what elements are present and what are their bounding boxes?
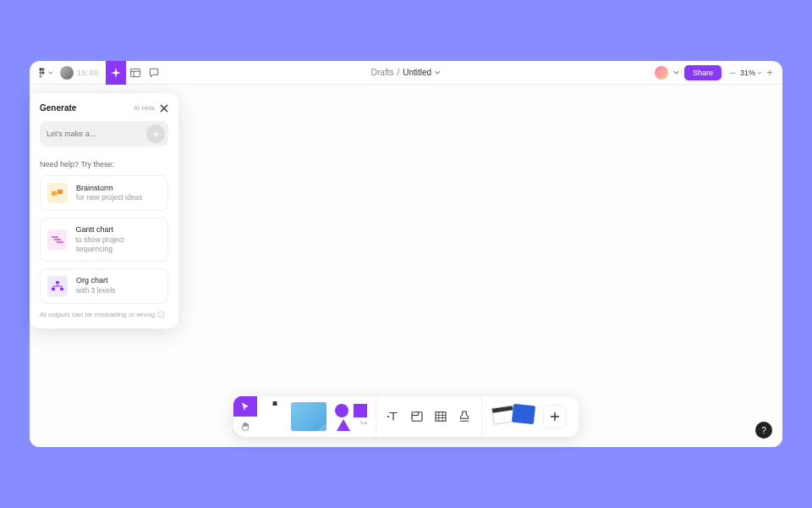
chevron-down-icon[interactable] <box>673 69 679 75</box>
suggestions-help-label: Need help? Try these: <box>40 160 168 168</box>
suggestion-subtitle: with 3 levels <box>76 286 115 295</box>
svg-rect-8 <box>52 191 57 196</box>
suggestion-brainstorm[interactable]: Brainstorm for new project ideas <box>40 175 168 211</box>
templates-tool[interactable] <box>487 401 540 432</box>
chevron-down-icon[interactable] <box>435 69 441 75</box>
zoom-controls: − 31% + <box>727 67 776 79</box>
chevron-down-icon <box>48 70 53 75</box>
info-icon[interactable]: i <box>157 311 165 318</box>
comment-tool-button[interactable] <box>145 61 163 85</box>
app-window: 15:00 Drafts / Untit <box>30 61 782 447</box>
text-icon <box>386 409 401 424</box>
svg-rect-22 <box>436 412 446 422</box>
figma-logo-icon <box>36 67 48 79</box>
ai-disclaimer: AI outputs can be misleading or wrong i <box>40 311 168 318</box>
toolbar-left-group: 15:00 <box>30 61 163 84</box>
suggestion-subtitle: to show project sequencing <box>75 235 161 254</box>
svg-rect-12 <box>57 241 63 243</box>
org-chart-icon <box>47 276 68 296</box>
shapes-tool[interactable]: ↪ <box>330 401 370 432</box>
svg-rect-19 <box>412 412 422 422</box>
brainstorm-icon <box>47 183 68 203</box>
sparkle-icon <box>110 67 122 79</box>
hand-icon <box>240 422 250 432</box>
bottom-toolbar: ↪ <box>233 396 579 437</box>
zoom-out-button[interactable]: − <box>727 67 738 79</box>
move-tool[interactable] <box>233 396 257 417</box>
plus-icon <box>550 411 560 422</box>
suggestion-title: Brainstorm <box>76 184 142 194</box>
panel-header: Generate AI beta <box>40 103 168 113</box>
timer-badge[interactable]: 15:00 <box>77 69 99 77</box>
svg-text:i: i <box>161 312 162 318</box>
hand-tool[interactable] <box>233 417 257 437</box>
pencil-tool[interactable] <box>262 401 288 432</box>
help-button[interactable]: ? <box>755 422 772 439</box>
suggestion-title: Gantt chart <box>75 225 161 235</box>
suggestion-title: Org chart <box>76 276 115 286</box>
insert-tools <box>376 396 482 437</box>
zoom-level[interactable]: 31% <box>740 69 755 77</box>
sticky-note-icon <box>291 402 326 431</box>
cursor-tool-group <box>233 396 257 437</box>
svg-rect-10 <box>52 236 58 238</box>
main-menu-button[interactable] <box>35 61 55 85</box>
document-title[interactable]: Untitled <box>403 68 431 77</box>
share-button[interactable]: Share <box>684 65 721 80</box>
close-icon <box>160 104 168 113</box>
pencil-icon <box>266 401 284 432</box>
breadcrumb: Drafts / Untitled <box>371 68 441 77</box>
stamp-icon <box>457 409 472 424</box>
toolbar-right-group: Share − 31% + <box>655 65 782 80</box>
drawing-tools: ↪ <box>257 396 376 437</box>
prompt-submit-button[interactable] <box>146 124 165 143</box>
top-toolbar: 15:00 Drafts / Untit <box>30 61 782 85</box>
stamp-tool[interactable] <box>453 405 476 428</box>
cursor-icon <box>240 401 250 411</box>
gantt-icon <box>47 229 67 250</box>
close-panel-button[interactable] <box>160 104 168 113</box>
more-tools-button[interactable] <box>543 405 567 428</box>
svg-rect-5 <box>130 69 140 76</box>
svg-point-3 <box>41 71 45 75</box>
comment-icon <box>148 67 160 79</box>
layout-icon <box>129 67 141 79</box>
svg-rect-4 <box>40 75 42 78</box>
suggestion-org[interactable]: Org chart with 3 levels <box>40 268 168 304</box>
section-tool[interactable] <box>405 405 429 428</box>
breadcrumb-root[interactable]: Drafts <box>371 68 394 77</box>
ai-generate-button[interactable] <box>106 61 126 85</box>
zoom-in-button[interactable]: + <box>764 67 776 79</box>
text-tool[interactable] <box>381 405 405 428</box>
templates-icon <box>491 403 536 430</box>
chevron-down-icon[interactable] <box>757 70 762 75</box>
svg-rect-14 <box>52 288 55 290</box>
svg-rect-2 <box>40 71 42 75</box>
prompt-input-wrap <box>40 121 168 146</box>
disclaimer-text: AI outputs can be misleading or wrong <box>40 311 155 318</box>
table-icon <box>433 409 448 424</box>
svg-rect-1 <box>41 68 44 71</box>
layout-tool-button[interactable] <box>126 61 145 85</box>
svg-rect-0 <box>40 68 42 71</box>
svg-rect-13 <box>56 281 59 284</box>
sparkle-icon <box>151 129 161 139</box>
user-avatar[interactable] <box>60 66 74 80</box>
beta-label: AI beta <box>134 104 155 112</box>
generate-panel: Generate AI beta Need help? Try these: <box>30 93 178 329</box>
svg-rect-9 <box>58 190 63 194</box>
section-icon <box>409 409 425 424</box>
widgets-tools <box>482 396 579 437</box>
shapes-icon: ↪ <box>333 402 367 431</box>
svg-point-18 <box>387 416 389 417</box>
prompt-input[interactable] <box>47 130 146 138</box>
svg-rect-11 <box>54 239 61 240</box>
suggestion-gantt[interactable]: Gantt chart to show project sequencing <box>40 218 168 262</box>
table-tool[interactable] <box>429 405 453 428</box>
panel-title: Generate <box>40 103 76 113</box>
suggestion-subtitle: for new project ideas <box>76 193 142 202</box>
sticky-note-tool[interactable] <box>288 401 330 432</box>
svg-rect-15 <box>60 288 63 290</box>
presence-avatar[interactable] <box>655 66 668 80</box>
breadcrumb-separator: / <box>397 68 399 77</box>
